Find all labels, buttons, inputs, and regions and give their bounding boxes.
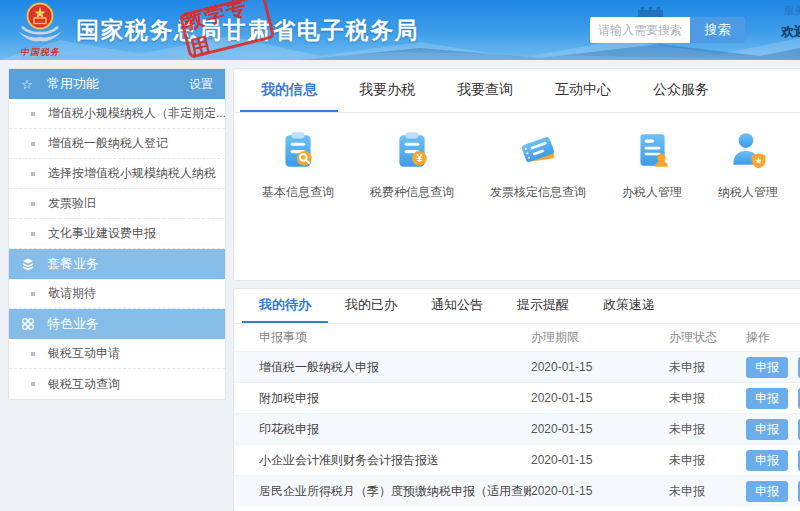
logo-caption: 中国税务	[12, 46, 68, 59]
shortcut-basic-info-query[interactable]: 基本信息查询	[262, 129, 334, 201]
col-status: 办理状态	[669, 329, 746, 346]
declaration-item: 小企业会计准则财务会计报告报送	[234, 452, 531, 469]
sidebar-item-label: 银税互动申请	[48, 345, 120, 362]
header-banner: 中国税务 国家税务总局甘肃省电子税务局 教学专用 搜索 服务 欢迎	[0, 0, 800, 60]
welcome-text: 欢迎	[781, 23, 800, 41]
table-row: 印花税申报 2020-01-15 未申报 申报	[234, 413, 800, 444]
sidebar-item-bank-tax-query[interactable]: 银税互动查询	[9, 369, 225, 399]
table-header: 申报事项 办理期限 办理状态 操作	[234, 324, 800, 351]
bullet-icon	[31, 112, 35, 116]
grid-circles-icon	[21, 317, 39, 331]
bullet-icon	[31, 292, 35, 296]
clipboard-search-icon	[277, 129, 319, 171]
shortcut-label: 发票核定信息查询	[490, 184, 586, 201]
todo-tabbar: 我的待办 我的已办 通知公告 提示提醒 政策速递	[234, 289, 800, 324]
star-icon: ☆	[21, 78, 39, 91]
national-tax-emblem-icon	[14, 1, 66, 45]
sidebar-item-bank-tax-apply[interactable]: 银税互动申请	[9, 339, 225, 369]
search-input[interactable]	[590, 17, 690, 43]
col-operation: 操作	[746, 329, 800, 346]
header-search: 搜索	[590, 17, 745, 43]
col-declaration-item: 申报事项	[234, 329, 531, 346]
person-shield-icon	[727, 129, 769, 171]
sidebar-item-small-scale-vat[interactable]: 增值税小规模纳税人（非定期定...	[9, 99, 225, 129]
electronic-tax-bureau-page: 中国税务 国家税务总局甘肃省电子税务局 教学专用 搜索 服务 欢迎 ☆ 常用功能…	[0, 0, 800, 511]
bullet-icon	[31, 142, 35, 146]
declaration-item: 居民企业所得税月（季）度预缴纳税申报（适用查账...	[234, 483, 531, 500]
status: 未申报	[669, 483, 746, 500]
declare-button[interactable]: 申报	[746, 388, 788, 409]
tax-bureau-logo: 中国税务	[12, 1, 68, 59]
tab-public-service[interactable]: 公众服务	[632, 69, 730, 112]
sidebar-item-label: 发票验旧	[48, 195, 96, 212]
table-row: 增值税一般纳税人申报 2020-01-15 未申报 申报	[234, 351, 800, 382]
section-title: 套餐业务	[47, 255, 99, 273]
tab-notices[interactable]: 通知公告	[414, 289, 500, 323]
shortcut-tax-type-info-query[interactable]: ¥ 税费种信息查询	[370, 129, 454, 201]
tab-interaction-center[interactable]: 互动中心	[534, 69, 632, 112]
declaration-item: 增值税一般纳税人申报	[234, 359, 531, 376]
table-row: 居民企业所得税月（季）度预缴纳税申报（适用查账... 2020-01-15 未申…	[234, 475, 800, 506]
sidebar-section-package-services: 套餐业务	[9, 249, 225, 279]
table-row: 小企业会计准则财务会计报告报送 2020-01-15 未申报 申报	[234, 444, 800, 475]
tab-my-todo[interactable]: 我的待办	[242, 289, 328, 323]
sidebar-item-label: 增值税一般纳税人登记	[48, 135, 168, 152]
sidebar-item-choose-small-scale-vat[interactable]: 选择按增值税小规模纳税人纳税	[9, 159, 225, 189]
invoice-tickets-icon	[517, 129, 559, 171]
service-link[interactable]: 服务	[784, 3, 800, 18]
status: 未申报	[669, 421, 746, 438]
sidebar-item-label: 文化事业建设费申报	[48, 225, 156, 242]
svg-text:¥: ¥	[416, 152, 422, 164]
shortcut-grid: 基本信息查询 ¥ 税费种信息查询	[234, 113, 800, 201]
tab-query[interactable]: 我要查询	[436, 69, 534, 112]
declaration-item: 印花税申报	[234, 421, 531, 438]
great-wall-silhouette	[636, 4, 670, 18]
search-button[interactable]: 搜索	[690, 17, 745, 43]
deadline: 2020-01-15	[531, 391, 669, 405]
section-title: 常用功能	[47, 75, 99, 93]
bullet-icon	[31, 382, 35, 386]
declaration-item: 附加税申报	[234, 390, 531, 407]
declare-button[interactable]: 申报	[746, 419, 788, 440]
declare-button[interactable]: 申报	[746, 481, 788, 502]
my-info-panel: 我的信息 我要办税 我要查询 互动中心 公众服务 基本信息查	[233, 68, 800, 281]
declare-button[interactable]: 申报	[746, 450, 788, 471]
deadline: 2020-01-15	[531, 360, 669, 374]
sidebar-item-label: 银税互动查询	[48, 376, 120, 393]
document-person-icon	[631, 129, 673, 171]
tab-policy-express[interactable]: 政策速递	[586, 289, 672, 323]
sidebar-item-invoice-verification[interactable]: 发票验旧	[9, 189, 225, 219]
shortcut-label: 纳税人管理	[718, 184, 778, 201]
sidebar-item-cultural-fee-declaration[interactable]: 文化事业建设费申报	[9, 219, 225, 249]
tab-my-info[interactable]: 我的信息	[240, 69, 338, 112]
sidebar-item-label: 增值税小规模纳税人（非定期定...	[48, 105, 225, 122]
bullet-icon	[31, 202, 35, 206]
main-tabbar: 我的信息 我要办税 我要查询 互动中心 公众服务	[234, 69, 800, 113]
sidebar-menu: ☆ 常用功能 设置 增值税小规模纳税人（非定期定... 增值税一般纳税人登记 选…	[8, 68, 226, 400]
status: 未申报	[669, 359, 746, 376]
sidebar-item-coming-soon[interactable]: 敬请期待	[9, 279, 225, 309]
bullet-icon	[31, 352, 35, 356]
tab-reminders[interactable]: 提示提醒	[500, 289, 586, 323]
section-title: 特色业务	[47, 315, 99, 333]
shortcut-invoice-approval-query[interactable]: 发票核定信息查询	[490, 129, 586, 201]
shortcut-label: 基本信息查询	[262, 184, 334, 201]
status: 未申报	[669, 390, 746, 407]
settings-link[interactable]: 设置	[189, 76, 213, 93]
shortcut-tax-agent-management[interactable]: 办税人管理	[622, 129, 682, 201]
todo-panel: 我的待办 我的已办 通知公告 提示提醒 政策速递 申报事项 办理期限 办理状态 …	[233, 288, 800, 511]
sidebar-item-general-vat-registration[interactable]: 增值税一般纳税人登记	[9, 129, 225, 159]
tab-handle-tax[interactable]: 我要办税	[338, 69, 436, 112]
shortcut-taxpayer-management[interactable]: 纳税人管理	[718, 129, 778, 201]
deadline: 2020-01-15	[531, 484, 669, 498]
sidebar-section-featured-services: 特色业务	[9, 309, 225, 339]
table-row: 附加税申报 2020-01-15 未申报 申报	[234, 382, 800, 413]
shortcut-label: 税费种信息查询	[370, 184, 454, 201]
shortcut-label: 办税人管理	[622, 184, 682, 201]
sidebar-item-label: 敬请期待	[48, 285, 96, 302]
sidebar-item-label: 选择按增值税小规模纳税人纳税	[48, 165, 216, 182]
declare-button[interactable]: 申报	[746, 357, 788, 378]
tab-my-done[interactable]: 我的已办	[328, 289, 414, 323]
deadline: 2020-01-15	[531, 422, 669, 436]
layers-icon	[21, 257, 39, 271]
